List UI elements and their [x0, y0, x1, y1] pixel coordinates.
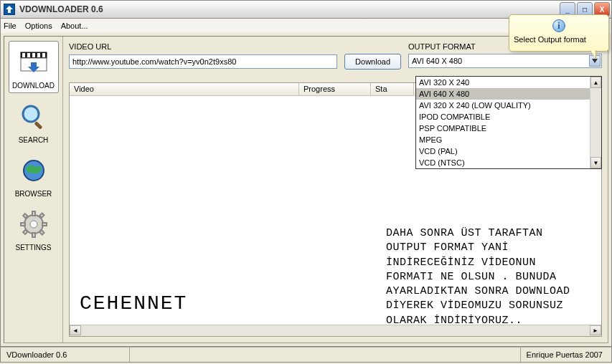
overlay-note: DAHA SONRA ÜST TARAFTAN OUTPUT FORMAT YA… [386, 226, 587, 328]
dropdown-item[interactable]: MPEG [416, 134, 590, 145]
dropdown-item[interactable]: VCD (PAL) [416, 145, 590, 157]
dropdown-item[interactable]: AVI 320 X 240 [416, 77, 590, 88]
scroll-left-icon[interactable]: ◄ [70, 325, 81, 335]
svg-rect-13 [21, 223, 25, 226]
menu-options[interactable]: Options [25, 21, 52, 30]
url-input[interactable] [69, 54, 337, 69]
sidebar: DOWNLOAD SEARCH BROWSER [4, 37, 63, 343]
content-area: VIDEO URL Download OUTPUT FORMAT AVI 640… [63, 37, 608, 343]
sidebar-item-search[interactable]: SEARCH [9, 96, 59, 147]
svg-rect-8 [34, 121, 42, 130]
svg-rect-14 [42, 223, 47, 226]
col-status[interactable]: Sta [371, 83, 414, 95]
svg-rect-2 [27, 53, 30, 57]
main-frame: DOWNLOAD SEARCH BROWSER [0, 33, 612, 347]
sidebar-label: BROWSER [15, 190, 52, 198]
download-button[interactable]: Download [344, 54, 401, 70]
svg-rect-17 [39, 213, 44, 217]
info-icon: i [552, 19, 565, 32]
menu-about[interactable]: About... [61, 21, 88, 30]
url-block: VIDEO URL Download [69, 42, 401, 70]
sidebar-label: SEARCH [19, 136, 49, 144]
col-video[interactable]: Video [70, 83, 299, 95]
sidebar-label: SETTINGS [15, 244, 51, 252]
svg-rect-16 [39, 230, 44, 234]
dropdown-list: AVI 320 X 240 AVI 640 X 480 AVI 320 X 24… [416, 77, 590, 168]
svg-point-19 [30, 221, 37, 228]
sidebar-item-download[interactable]: DOWNLOAD [9, 41, 59, 93]
menu-file[interactable]: File [4, 21, 17, 30]
svg-rect-15 [23, 214, 27, 218]
dropdown-item[interactable]: VCD (NTSC) [416, 157, 590, 168]
sidebar-item-settings[interactable]: SETTINGS [9, 203, 59, 254]
scroll-down-icon[interactable]: ▼ [590, 157, 601, 168]
status-right: Enrique Puertas 2007 [521, 348, 611, 362]
url-label: VIDEO URL [69, 42, 401, 51]
svg-rect-18 [23, 229, 27, 234]
gear-icon [16, 206, 52, 242]
sidebar-item-browser[interactable]: BROWSER [9, 150, 59, 201]
col-progress[interactable]: Progress [299, 83, 371, 95]
globe-icon [16, 153, 52, 188]
tooltip-text: Select Output format [514, 35, 604, 44]
format-selected: AVI 640 X 480 [412, 57, 462, 65]
clapper-download-icon [16, 44, 52, 80]
svg-rect-1 [22, 53, 25, 57]
format-combo[interactable]: AVI 640 X 480 [408, 54, 602, 68]
svg-rect-11 [32, 211, 35, 216]
dropdown-scrollbar[interactable]: ▲ ▼ [590, 77, 601, 168]
status-left: VDownloader 0.6 [1, 348, 130, 362]
status-mid [130, 348, 521, 362]
dropdown-item[interactable]: PSP COMPATIBLE [416, 123, 590, 134]
svg-rect-3 [32, 53, 35, 57]
sidebar-label: DOWNLOAD [12, 82, 55, 90]
dropdown-item[interactable]: IPOD COMPATIBLE [416, 111, 590, 123]
watermark-text: CEHENNET [80, 292, 187, 315]
statusbar: VDownloader 0.6 Enrique Puertas 2007 [0, 347, 612, 363]
window-title: VDOWNLOADER 0.6 [19, 4, 103, 14]
dropdown-item[interactable]: AVI 640 X 480 [416, 88, 590, 100]
svg-point-7 [23, 106, 39, 122]
svg-rect-12 [32, 233, 35, 237]
scroll-right-icon[interactable]: ► [590, 325, 601, 335]
app-icon [4, 4, 15, 15]
scroll-up-icon[interactable]: ▲ [590, 77, 601, 88]
format-dropdown: AVI 320 X 240 AVI 640 X 480 AVI 320 X 24… [415, 76, 602, 169]
tooltip-balloon: i Select Output format [509, 14, 609, 52]
magnifier-icon [16, 99, 52, 135]
svg-rect-5 [42, 53, 45, 57]
dropdown-item[interactable]: AVI 320 X 240 (LOW QUALITY) [416, 100, 590, 111]
svg-rect-4 [37, 53, 40, 57]
